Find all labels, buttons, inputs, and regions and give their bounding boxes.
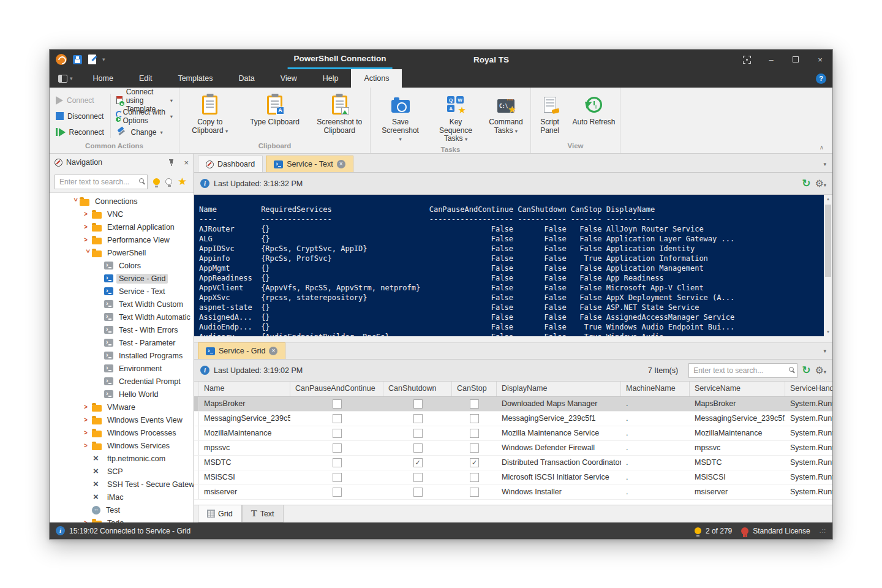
key-sequence-tasks-button[interactable]: QWA★ Key Sequence Tasks ▾ [432, 91, 479, 144]
tree-item-powershell[interactable]: >PowerShell [50, 246, 194, 259]
checkbox-cell-canshutdown[interactable]: ✓ [383, 456, 452, 470]
terminal-scrollbar[interactable]: ▲ ▼ [824, 195, 832, 336]
menu-tab-templates[interactable]: Templates [165, 69, 225, 88]
auto-refresh-button[interactable]: Auto Refresh [571, 91, 617, 127]
checkbox-cell-canstop[interactable]: ✓ [452, 456, 497, 470]
bulb-on-icon[interactable] [153, 178, 160, 185]
tree-item-todo[interactable]: >Todo [50, 516, 194, 522]
checkbox-cell-canpauseandcontinue[interactable] [290, 441, 383, 455]
screenshot-to-clipboard-button[interactable]: Screenshot to Clipboard [311, 91, 368, 135]
edit-document-icon[interactable] [88, 55, 96, 64]
expand-chevron-icon[interactable]: > [84, 236, 92, 243]
help-button[interactable]: ? [816, 74, 826, 84]
reconnect-button[interactable]: Reconnect [52, 124, 108, 140]
tree-item-vnc[interactable]: >VNC [50, 208, 194, 221]
checkbox-cell-canpauseandcontinue[interactable] [290, 470, 383, 484]
scroll-down-icon[interactable]: ▼ [826, 328, 831, 336]
checkbox-cell-canstop[interactable] [452, 426, 497, 440]
checkbox-unchecked[interactable] [333, 488, 342, 497]
resize-grip[interactable]: .:: [820, 527, 826, 534]
tab-list-caret[interactable]: ▾ [823, 161, 826, 167]
checkbox-cell-canstop[interactable] [452, 397, 497, 411]
tree-item-environment[interactable]: Environment [50, 362, 194, 375]
refresh-icon[interactable]: ↻ [802, 178, 810, 189]
connect-with-options-button[interactable]: Connect with Options ▾ [113, 108, 176, 124]
close-panel-icon[interactable]: × [184, 159, 189, 167]
tab-list-caret[interactable]: ▾ [823, 348, 826, 354]
checkbox-cell-canpauseandcontinue[interactable] [290, 485, 383, 499]
type-clipboard-button[interactable]: A Type Clipboard [247, 91, 303, 127]
grid-column-header-canpauseandcontinue[interactable]: CanPauseAndContinue [290, 382, 383, 396]
tree-item-text-width-automatic[interactable]: Text Width Automatic [50, 311, 194, 323]
gear-icon[interactable]: ⚙▾ [815, 366, 826, 375]
view-tab-grid[interactable]: Grid [198, 505, 242, 522]
menu-tab-view[interactable]: View [268, 69, 310, 88]
grid-column-header-canshutdown[interactable]: CanShutdown [383, 382, 452, 396]
checkbox-cell-canpauseandcontinue[interactable] [290, 456, 383, 470]
checkbox-cell-canshutdown[interactable] [383, 397, 452, 411]
qat-dropdown-caret[interactable]: ▾ [102, 56, 105, 62]
menu-tab-edit[interactable]: Edit [126, 69, 165, 88]
checkbox-cell-canshutdown[interactable] [383, 412, 452, 426]
minimize-button[interactable]: – [759, 50, 783, 69]
checkbox-unchecked[interactable] [470, 473, 479, 482]
tree-item-windows-processes[interactable]: >Windows Processes [50, 426, 194, 439]
checkbox-unchecked[interactable] [413, 488, 423, 497]
checkbox-unchecked[interactable] [413, 443, 423, 453]
grid-column-header-name[interactable]: Name [199, 382, 290, 396]
table-row-mozillamaintenance[interactable]: MozillaMaintenanceMozilla Maintenance Se… [194, 426, 832, 441]
checkbox-checked[interactable]: ✓ [470, 458, 479, 467]
checkbox-cell-canshutdown[interactable] [383, 441, 452, 455]
scrollbar-thumb[interactable] [825, 205, 831, 277]
close-tab-icon[interactable]: × [337, 160, 345, 168]
close-button[interactable]: × [808, 50, 832, 69]
checkbox-cell-canpauseandcontinue[interactable] [290, 412, 383, 426]
grid-column-header-machinename[interactable]: MachineName [621, 382, 690, 396]
collapse-chevron-icon[interactable]: > [85, 249, 91, 257]
checkbox-cell-canpauseandcontinue[interactable] [290, 397, 383, 411]
checkbox-cell-canshutdown[interactable] [383, 426, 452, 440]
tree-item-external-application[interactable]: >External Application [50, 221, 194, 233]
checkbox-unchecked[interactable] [470, 488, 479, 497]
tab-service-text[interactable]: Service - Text × [266, 156, 353, 172]
powershell-terminal[interactable]: Name RequiredServices CanPauseAndContinu… [194, 195, 824, 336]
pin-panel-icon[interactable] [168, 159, 175, 166]
checkbox-unchecked[interactable] [470, 443, 479, 453]
tree-item-colors[interactable]: Colors [50, 259, 194, 272]
save-icon[interactable] [73, 55, 82, 64]
tree-item-vmware[interactable]: >VMware [50, 401, 194, 413]
tree-item-hello-world[interactable]: Hello World [50, 388, 194, 401]
checkbox-unchecked[interactable] [333, 443, 342, 453]
expand-chevron-icon[interactable]: > [84, 224, 92, 230]
tree-item-test-with-errors[interactable]: Test - With Errors [50, 323, 194, 336]
checkbox-unchecked[interactable] [413, 414, 423, 423]
table-row-msdtc[interactable]: MSDTC✓✓Distributed Transaction Coordinat… [194, 456, 832, 470]
tree-item-imac[interactable]: iMac [50, 491, 194, 503]
checkbox-unchecked[interactable] [413, 429, 423, 438]
checkbox-cell-canshutdown[interactable] [383, 470, 452, 484]
checkbox-cell-canshutdown[interactable] [383, 485, 452, 499]
save-screenshot-button[interactable]: Save Screenshot▾ [373, 91, 428, 144]
grid-column-header-servicename[interactable]: ServiceName [690, 382, 785, 396]
checkbox-unchecked[interactable] [333, 473, 342, 482]
menu-tab-data[interactable]: Data [225, 69, 267, 88]
expand-chevron-icon[interactable]: > [84, 417, 92, 423]
checkbox-unchecked[interactable] [470, 429, 479, 438]
checkbox-checked[interactable]: ✓ [413, 458, 423, 467]
maximize-button[interactable] [783, 50, 808, 69]
collapse-chevron-icon[interactable]: > [72, 198, 79, 206]
tree-item-ftp-netmonic-com[interactable]: ftp.netmonic.com [50, 452, 194, 465]
checkbox-unchecked[interactable] [333, 399, 342, 409]
menu-tab-help[interactable]: Help [310, 69, 352, 88]
expand-chevron-icon[interactable]: > [84, 429, 92, 436]
table-row-messagingservice_239c5f1[interactable]: MessagingService_239c5f1MessagingService… [194, 412, 832, 426]
tree-item-service-grid[interactable]: Service - Grid [50, 272, 194, 285]
tree-item-text-width-custom[interactable]: Text Width Custom [50, 298, 194, 311]
tree-item-test-parameter[interactable]: Test - Parameter [50, 336, 194, 349]
tree-item-credential-prompt[interactable]: Credential Prompt [50, 375, 194, 388]
tree-item-windows-events-view[interactable]: >Windows Events View [50, 413, 194, 426]
table-row-mpssvc[interactable]: mpssvcWindows Defender Firewall.mpssvcSy… [194, 441, 832, 456]
expand-chevron-icon[interactable]: > [84, 442, 92, 449]
fit-window-button[interactable] [734, 50, 759, 69]
tab-dashboard[interactable]: Dashboard [198, 156, 263, 172]
